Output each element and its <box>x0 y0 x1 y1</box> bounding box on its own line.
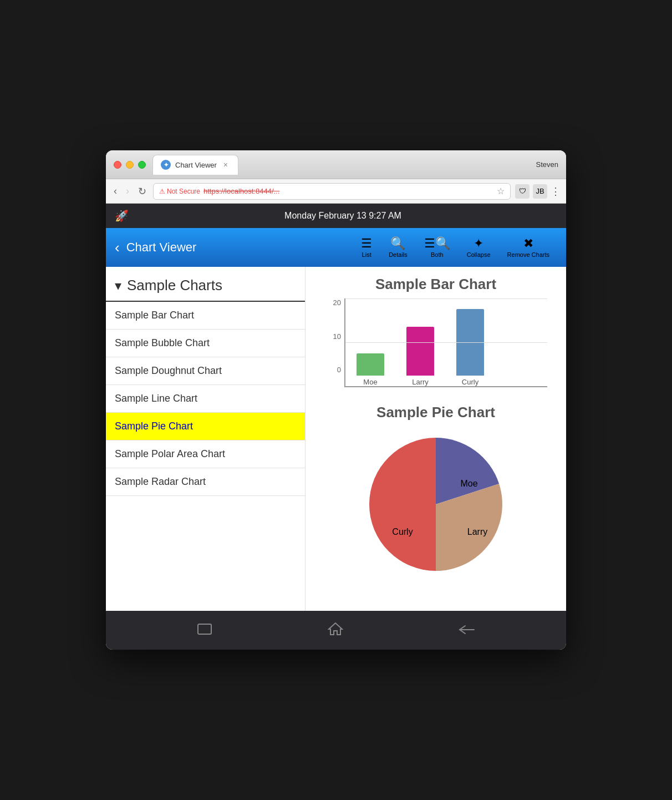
pie-chart-svg: Moe Larry Curly <box>353 427 519 582</box>
status-time: Monday February 13 9:27 AM <box>129 211 557 221</box>
bar-larry: Larry <box>406 327 434 386</box>
list-item[interactable]: Sample Radar Chart <box>106 468 305 496</box>
bar-curly: Curly <box>456 309 484 386</box>
bookmark-button[interactable]: ☆ <box>497 186 505 196</box>
y-label-0: 0 <box>337 366 341 374</box>
extension-buttons: 🛡 JB ⋮ <box>515 184 561 199</box>
both-label: Both <box>431 251 444 258</box>
title-bar: ✦ Chart Viewer × Steven <box>106 150 566 179</box>
chevron-down-icon: ▾ <box>115 278 121 293</box>
browser-tab[interactable]: ✦ Chart Viewer × <box>152 155 238 175</box>
back-button[interactable]: ‹ Chart Viewer <box>115 239 196 256</box>
both-icon: ☰🔍 <box>424 237 450 250</box>
collapse-label: Collapse <box>467 251 491 258</box>
details-label: Details <box>389 251 408 258</box>
bar-moe-label: Moe <box>363 378 377 386</box>
list-item[interactable]: Sample Polar Area Chart <box>106 440 305 468</box>
details-button[interactable]: 🔍 Details <box>381 234 415 261</box>
list-item[interactable]: Sample Line Chart <box>106 385 305 413</box>
browser-menu-button[interactable]: ⋮ <box>551 185 561 198</box>
collapse-icon: ✦ <box>474 237 483 250</box>
rocket-icon: 🚀 <box>115 209 129 222</box>
tab-title: Chart Viewer <box>175 161 217 169</box>
main-content: ▾ Sample Charts Sample Bar Chart Sample … <box>106 267 566 611</box>
bar-moe: Moe <box>357 353 384 386</box>
pie-label-larry: Larry <box>467 527 487 536</box>
not-secure-indicator: ⚠ Not Secure <box>159 188 200 195</box>
pie-slice-curly <box>369 438 436 571</box>
remove-charts-icon: ✖ <box>523 237 533 250</box>
svg-rect-0 <box>198 624 211 634</box>
list-item[interactable]: Sample Doughnut Chart <box>106 357 305 385</box>
back-nav-button[interactable]: ‹ <box>111 183 119 199</box>
bar-curly-label: Curly <box>462 378 478 386</box>
sidebar: ▾ Sample Charts Sample Bar Chart Sample … <box>106 267 306 611</box>
list-item[interactable]: Sample Bubble Chart <box>106 330 305 357</box>
toolbar-actions: ☰ List 🔍 Details ☰🔍 Both ✦ Collapse ✖ Re… <box>353 234 557 261</box>
chart-panel: Sample Bar Chart 20 10 0 <box>306 267 566 611</box>
collapse-button[interactable]: ✦ Collapse <box>459 234 498 261</box>
maximize-button[interactable] <box>138 161 146 169</box>
tab-area: ✦ Chart Viewer × <box>152 155 536 175</box>
bar-larry-bar <box>406 327 434 376</box>
remove-charts-button[interactable]: ✖ Remove Charts <box>500 234 557 261</box>
section-title: Sample Charts <box>127 277 222 294</box>
app-title: Chart Viewer <box>126 240 197 255</box>
forward-nav-button[interactable]: › <box>124 183 131 199</box>
address-bar: ‹ › ↻ ⚠ Not Secure https://localhost:844… <box>106 179 566 204</box>
app-toolbar: ‹ Chart Viewer ☰ List 🔍 Details ☰🔍 Both … <box>106 228 566 267</box>
tab-close-button[interactable]: × <box>221 160 230 169</box>
back-android-button[interactable] <box>459 622 475 639</box>
list-label: List <box>362 251 371 258</box>
android-nav-bar <box>106 611 566 650</box>
back-icon: ‹ <box>115 239 120 256</box>
pie-chart-svg-wrapper: Moe Larry Curly <box>319 427 553 582</box>
pie-chart-container: Sample Pie Chart <box>319 404 553 582</box>
list-item-active[interactable]: Sample Pie Chart <box>106 413 305 440</box>
bar-moe-bar <box>357 353 384 376</box>
reload-button[interactable]: ↻ <box>136 183 149 200</box>
pie-label-moe: Moe <box>460 479 477 488</box>
remove-charts-label: Remove Charts <box>507 251 549 258</box>
pie-label-curly: Curly <box>392 527 413 536</box>
status-bar: 🚀 Monday February 13 9:27 AM <box>106 204 566 228</box>
traffic-lights <box>114 161 146 169</box>
recents-button[interactable] <box>197 622 212 639</box>
details-icon: 🔍 <box>390 237 405 250</box>
y-label-20: 20 <box>333 298 341 307</box>
list-icon: ☰ <box>361 237 372 250</box>
tab-favicon: ✦ <box>161 160 171 170</box>
extension-button-2[interactable]: JB <box>533 184 547 199</box>
both-button[interactable]: ☰🔍 Both <box>416 234 458 261</box>
chart-list: Sample Bar Chart Sample Bubble Chart Sam… <box>106 302 305 496</box>
bar-larry-label: Larry <box>412 378 429 386</box>
home-button[interactable] <box>328 621 343 640</box>
bar-chart-title: Sample Bar Chart <box>324 276 547 293</box>
address-field[interactable]: ⚠ Not Secure https://localhost:8444/... … <box>153 183 511 200</box>
user-name: Steven <box>536 160 558 169</box>
url-text: https://localhost:8444/... <box>203 187 279 195</box>
extension-button-1[interactable]: 🛡 <box>515 184 530 199</box>
mac-window: ✦ Chart Viewer × Steven ‹ › ↻ ⚠ Not Secu… <box>106 150 566 650</box>
pie-chart-title: Sample Pie Chart <box>319 404 553 421</box>
y-label-10: 10 <box>333 332 341 341</box>
minimize-button[interactable] <box>126 161 134 169</box>
list-item[interactable]: Sample Bar Chart <box>106 302 305 330</box>
bar-chart-container: Sample Bar Chart 20 10 0 <box>319 276 553 387</box>
close-button[interactable] <box>114 161 121 169</box>
section-header: ▾ Sample Charts <box>106 267 305 302</box>
list-button[interactable]: ☰ List <box>353 234 380 261</box>
